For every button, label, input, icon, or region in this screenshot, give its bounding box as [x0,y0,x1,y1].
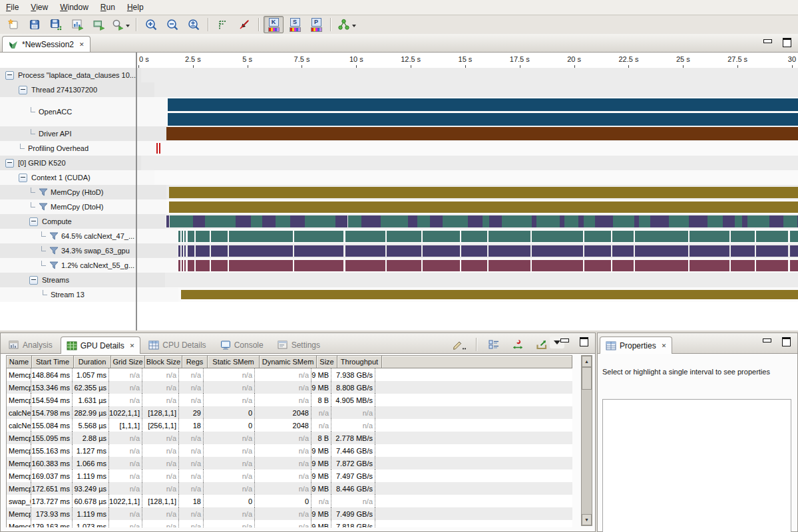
scroll-up-icon[interactable]: ▲ [582,356,592,367]
table-scrollbar[interactable]: ▲ ▼ [581,355,592,526]
table-row[interactable]: Memcpy172.651 ms93.249 µsn/an/an/an/an/a… [7,482,572,495]
interval-segment[interactable] [532,245,583,257]
track-0-grid-k520[interactable] [141,156,798,170]
track-driver-api[interactable] [166,126,798,141]
interval-segment[interactable] [276,215,290,227]
interval-segment[interactable] [635,245,688,257]
interval-segment[interactable] [178,231,180,242]
cell-duration[interactable]: 1.631 µs [73,394,109,406]
interval-segment[interactable] [723,215,735,227]
interval-segment[interactable] [335,215,347,227]
interval-segment[interactable] [707,215,723,227]
interval-segment[interactable] [635,231,688,242]
menu-window[interactable]: Window [54,1,95,14]
row-label-cell[interactable]: 64.5% calcNext_47_... [0,229,177,243]
cell-size[interactable]: n/a [311,419,331,432]
interval-segment[interactable] [348,215,361,227]
cell-duration[interactable]: 1.119 ms [73,469,109,482]
track-34-3-swap-63-gpu[interactable] [177,243,798,258]
expander-icon[interactable] [5,71,14,80]
cell-size[interactable]: 9 MB [311,444,331,457]
maximize-icon[interactable] [783,38,791,47]
track-stream-13[interactable] [178,287,798,302]
cell-block-size[interactable]: n/a [142,469,179,482]
track-context-1-cuda[interactable] [154,170,798,185]
interval-segment[interactable] [294,260,343,271]
cell-static-smem[interactable]: n/a [204,482,255,495]
table-row[interactable]: Memcpy148.864 ms1.057 msn/an/an/an/an/a9… [7,368,572,381]
interval-segment[interactable] [166,127,798,140]
tab-cpu-details[interactable]: CPU Details [142,336,212,353]
cell-throughput[interactable]: 7.818 GB/s [331,520,375,527]
column-header-grid-size[interactable]: Grid Size [111,356,145,368]
cell-throughput[interactable]: n/a [331,495,375,507]
interval-segment[interactable] [196,231,210,242]
tree-splitter[interactable] [136,53,137,331]
interval-segment[interactable] [205,215,236,227]
table-row[interactable]: calcNext154.798 ms282.99 µs[1022,1,1][12… [7,406,572,419]
interval-segment[interactable] [489,260,530,271]
interval-segment[interactable] [612,231,634,242]
track-thread-2741307200[interactable] [154,82,798,97]
interval-segment[interactable] [639,215,650,227]
cell-grid-size[interactable]: n/a [109,469,142,482]
cell-throughput[interactable]: 8.808 GB/s [331,381,375,394]
minimize-icon[interactable] [763,39,772,43]
interval-segment[interactable] [489,231,530,242]
save-all-button[interactable] [46,16,66,33]
cell-grid-size[interactable]: n/a [109,394,142,406]
cell-block-size[interactable]: n/a [142,507,179,520]
interval-segment[interactable] [595,215,612,227]
cell-block-size[interactable]: n/a [142,457,179,469]
track-1-2-calcnext-55-g[interactable] [177,258,798,273]
table-row[interactable]: swap_63_gpu173.727 ms60.678 µs[1022,1,1]… [7,495,572,507]
interval-segment[interactable] [468,215,483,227]
cell-size[interactable]: 9 MB [311,457,331,469]
cell-dynamic-smem[interactable]: n/a [255,457,311,469]
row-label-cell[interactable]: MemCpy (DtoH) [0,200,166,214]
cell-grid-size[interactable]: n/a [109,520,142,527]
close-tab-icon[interactable]: ✕ [130,342,135,349]
cell-start-time[interactable]: 155.084 ms [31,419,73,432]
row-label-cell[interactable]: Driver API [0,126,166,141]
cell-static-smem[interactable]: n/a [204,469,255,482]
cell-start-time[interactable]: 172.651 ms [31,482,73,495]
cell-grid-size[interactable]: n/a [109,432,142,444]
track-compute[interactable] [165,214,798,229]
cell-regs[interactable]: n/a [179,482,204,495]
cell-name[interactable]: Memcpy [7,444,31,457]
tab-session[interactable]: *NewSession2 ✕ [2,36,91,53]
interval-segment[interactable] [536,215,560,227]
cell-duration[interactable]: 60.678 µs [73,495,109,507]
interval-segment[interactable] [783,215,797,227]
tab-properties[interactable]: Properties ✕ [600,336,672,354]
tab-gpu-details[interactable]: GPU Details✕ [61,336,141,354]
row-label-cell[interactable]: MemCpy (HtoD) [0,185,166,200]
interval-segment[interactable] [731,245,754,257]
table-row[interactable]: Memcpy169.037 ms1.119 msn/an/an/an/an/a9… [7,469,572,482]
interval-segment[interactable] [461,260,487,271]
cell-duration[interactable]: 2.88 µs [73,432,109,444]
filter-icon[interactable] [39,203,48,211]
column-header-static-smem[interactable]: Static SMem [208,356,260,368]
table-row[interactable]: Memcpy173.93 ms1.119 msn/an/an/an/an/a9 … [7,507,572,520]
interval-segment[interactable] [532,260,583,271]
cell-dynamic-smem[interactable]: n/a [255,507,311,520]
row-label-cell[interactable]: Process "laplace_data_clauses 10... [0,68,141,82]
process-color-button[interactable]: P [306,16,326,33]
cell-block-size[interactable]: n/a [142,432,179,444]
interval-segment[interactable] [182,245,183,257]
row-label-cell[interactable]: Compute [0,214,165,229]
interval-segment[interactable] [532,215,536,227]
cell-grid-size[interactable]: [1,1,1] [109,419,142,432]
interval-segment[interactable] [196,260,210,271]
cell-start-time[interactable]: 148.864 ms [31,368,73,381]
interval-segment[interactable] [578,215,584,227]
cell-dynamic-smem[interactable]: n/a [255,394,311,406]
cell-name[interactable]: Memcpy [7,394,31,406]
cell-regs[interactable]: n/a [179,444,204,457]
interval-segment[interactable] [756,245,789,257]
column-header-dynamic-smem[interactable]: Dynamic SMem [260,356,317,368]
interval-segment[interactable] [483,215,489,227]
cell-block-size[interactable]: [128,1,1] [142,495,179,507]
